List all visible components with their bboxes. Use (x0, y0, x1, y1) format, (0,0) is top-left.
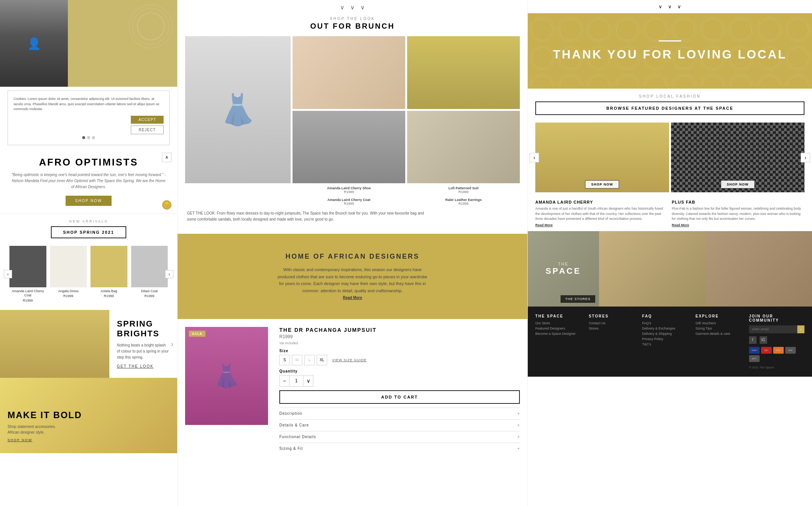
footer-item-sizing[interactable]: Sizing Tips (696, 327, 742, 330)
make-bold-shop-link[interactable]: SHOP NOW (8, 438, 82, 442)
product-card-1[interactable]: Amanda Laird Cherry Coat R1999 (8, 244, 48, 304)
right-arrow-3[interactable]: ∨ (677, 4, 681, 9)
size-m[interactable]: M (292, 355, 302, 365)
size-xl[interactable]: XL (317, 355, 327, 365)
product-title: THE DR PACHANGA JUMPSUIT (279, 327, 520, 333)
the-stores-button[interactable]: THE STORES (561, 295, 595, 303)
footer-item-delivery[interactable]: Delivery & Shipping (642, 332, 688, 336)
sale-badge: SALE (189, 331, 205, 337)
stl-item-coat[interactable] (293, 111, 405, 184)
newsletter-input[interactable] (749, 325, 797, 333)
stl-item-suit[interactable] (407, 36, 520, 109)
designer-1-shop-button[interactable]: SHOP NOW (585, 180, 619, 189)
cookie-text: Cookies: Lorem ipsum dolor sit amet, con… (14, 97, 164, 112)
product-price-4: R1999 (131, 294, 168, 298)
make-bold-desc: Shop statement accessories. African desi… (8, 424, 68, 435)
footer: THE SPACE Our Store Featured Designers B… (528, 307, 812, 377)
designers-next-button[interactable]: › (801, 153, 810, 162)
center-arrow-3[interactable]: ∨ (360, 4, 365, 11)
spring-get-look-link[interactable]: GET THE LOOK (117, 364, 170, 368)
size-s[interactable]: S (279, 355, 290, 365)
spring-arrow-icon[interactable]: › (171, 339, 173, 348)
stl-item-shoes[interactable] (407, 111, 520, 184)
store-shoes-image (705, 231, 812, 307)
product-name-1: Amanda Laird Cherry Coat (9, 289, 46, 298)
yellow-banner-content: HOME OF AFRICAN DESIGNERS With classic a… (200, 253, 505, 300)
accordion-description[interactable]: Description + (279, 408, 520, 419)
scroll-up-button[interactable]: ∧ (162, 153, 172, 162)
dot-2 (87, 136, 90, 139)
designer-card-2[interactable]: SHOP NOW (671, 123, 805, 192)
newsletter-submit-button[interactable]: › (797, 325, 804, 333)
thank-you-text: THANK YOU FOR LOVING LOCAL (553, 40, 787, 61)
facebook-icon[interactable]: f (749, 336, 757, 344)
footer-heading-explore: EXPLORE (696, 314, 742, 318)
product-card-2[interactable]: Angala Dress R1999 (48, 244, 89, 304)
products-next-button[interactable]: › (165, 270, 173, 278)
designer-link-2[interactable]: Read More (672, 223, 689, 227)
product-image-detail: 👗 (185, 327, 268, 425)
accordion-label-4: Sizing & Fit (279, 446, 303, 451)
size-label: Size (279, 349, 520, 353)
footer-item-gift[interactable]: Gift Vouchers (696, 321, 742, 325)
center-arrow-1[interactable]: ∨ (340, 4, 345, 11)
footer-item-garment[interactable]: Garment details & care (696, 332, 742, 336)
make-bold-overlay: MAKE IT BOLD Shop statement accessories.… (8, 410, 82, 442)
stl-item-bag[interactable] (293, 36, 405, 109)
footer-item-tc[interactable]: T&C's (642, 342, 688, 346)
product-name-2: Angala Dress (50, 289, 87, 294)
add-to-cart-button[interactable]: ADD TO CART (279, 390, 520, 404)
hero-model: 👤 (0, 0, 68, 87)
center-arrow-2[interactable]: ∨ (350, 4, 355, 11)
qty-decrease-button[interactable]: − (280, 376, 289, 386)
make-bold-image: MAKE IT BOLD Shop statement accessories.… (0, 378, 177, 453)
stl-description: GET THE LOOK: From flowy maxi dresses to… (185, 207, 426, 226)
instagram-icon[interactable]: IG (760, 336, 767, 344)
designer-desc-1: Amanda is one of just a handful of South… (535, 206, 668, 222)
footer-item-faqs[interactable]: FAQ's (642, 321, 688, 325)
footer-item-featured[interactable]: Featured Designers (535, 327, 581, 330)
footer-col-stores: STORES Contact Us Stores (589, 314, 635, 369)
size-l[interactable]: L (304, 355, 315, 365)
accordion-sizing[interactable]: Sizing & Fit + (279, 443, 520, 454)
footer-heading-community: JOIN OUR COMMUNITY (749, 314, 804, 322)
footer-item-stores[interactable]: Stores (589, 327, 635, 330)
qty-increase-button[interactable]: ∨ (303, 376, 313, 386)
product-card-3[interactable]: Antela Bag R1999 (89, 244, 129, 304)
accordion-details-care[interactable]: Details & Care + (279, 419, 520, 431)
stl-shoes-image (407, 111, 520, 184)
shop-spring-button[interactable]: SHOP SPRING 2021 (51, 226, 126, 238)
designer-card-1[interactable]: SHOP NOW (535, 123, 669, 192)
right-arrow-1[interactable]: ∨ (659, 4, 662, 9)
newsletter-form: › (749, 325, 804, 333)
yellow-banner-link[interactable]: Read More (343, 296, 362, 300)
footer-item-become[interactable]: Become a Space Designer (535, 332, 581, 336)
shop-the-look-section: SHOP THE LOOK OUT FOR BRUNCH 👗 (178, 15, 527, 234)
accordion-functional[interactable]: Functional Details + (279, 431, 520, 443)
footer-item-privacy[interactable]: Privacy Policy (642, 337, 688, 341)
designers-prev-button[interactable]: ‹ (530, 153, 539, 162)
products-prev-button[interactable]: ‹ (4, 270, 12, 278)
footer-item-exchanges[interactable]: Delivery & Exchanges (642, 327, 688, 330)
cookie-dots (14, 136, 164, 139)
payment-4: PAY (785, 347, 796, 354)
right-arrow-2[interactable]: ∨ (668, 4, 672, 9)
yellow-banner: HOME OF AFRICAN DESIGNERS With classic a… (178, 234, 527, 319)
browse-designers-button[interactable]: BROWSE FEATURED DESIGNERS AT THE SPACE (535, 101, 804, 115)
hero-model-image: 👤 (0, 0, 68, 87)
product-card-4[interactable]: Ditaxi Coat R1999 (129, 244, 170, 304)
designer-name-2: PLUS FAB (672, 200, 804, 204)
designer-link-1[interactable]: Read More (535, 223, 553, 227)
svg-point-1 (133, 8, 169, 44)
product-name-4: Ditaxi Coat (131, 289, 168, 294)
reject-button[interactable]: REJECT (131, 126, 164, 134)
stl-captions: Amanda Laird Cherry Shoe R1999 Lufi Patt… (185, 185, 520, 207)
footer-item-ourstore[interactable]: Our Store (535, 321, 581, 325)
afro-shop-now-button[interactable]: SHOP NOW (66, 196, 111, 206)
stl-main-image[interactable]: 👗 (185, 36, 291, 183)
accept-button[interactable]: ACCEPT (131, 116, 164, 124)
copyright: © 2021 The Space (749, 366, 804, 369)
footer-item-contact[interactable]: Contact Us (589, 321, 635, 325)
size-guide-link[interactable]: VIEW SIZE GUIDE (332, 358, 367, 362)
designer-2-shop-button[interactable]: SHOP NOW (721, 180, 755, 189)
